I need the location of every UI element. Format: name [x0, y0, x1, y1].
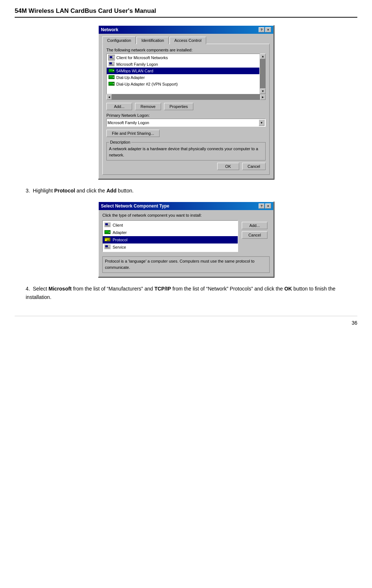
svg-rect-1 — [110, 56, 112, 58]
svg-rect-5 — [109, 65, 114, 65]
page-title: 54M Wireless LAN CardBus Card User's Man… — [15, 7, 357, 18]
listbox-vscrollbar[interactable]: ▲ ▼ — [260, 54, 266, 94]
dialog2-instruction: Click the type of network component you … — [102, 213, 270, 217]
list-item-family-logon[interactable]: Microsoft Family Logon — [107, 61, 259, 68]
dialog1-body: Configuration Identification Access Cont… — [99, 34, 273, 178]
hscroll-left-btn[interactable]: ◄ — [106, 94, 112, 100]
dialog2-title-text: Select Network Component Type — [101, 203, 169, 209]
scroll-down-btn[interactable]: ▼ — [260, 89, 266, 94]
svg-rect-17 — [105, 226, 110, 226]
remove-button[interactable]: Remove — [135, 103, 161, 110]
help-button[interactable]: ? — [259, 27, 265, 32]
svg-rect-20 — [109, 232, 110, 232]
tab-identification[interactable]: Identification — [136, 37, 169, 44]
hscroll-right-btn[interactable]: ► — [260, 94, 266, 100]
network-dialog: Network ? × Configuration Identification… — [98, 25, 274, 179]
primary-logon-dropdown[interactable]: Microsoft Family Logon ▼ — [106, 119, 266, 127]
list-item-label: Client for Microsoft Networks — [116, 55, 168, 60]
dialog2-titlebar-buttons: ? × — [259, 203, 271, 209]
list-item-wlan-card[interactable]: 54Mbps WLAN Card — [107, 68, 259, 74]
primary-logon-dropdown-arrow[interactable]: ▼ — [259, 119, 265, 126]
dialog2-side-buttons: Add... Cancel — [242, 220, 267, 252]
dialog2-title-text-container: Select Network Component Type — [101, 203, 169, 209]
network-component-list[interactable]: Client Adapter Protocol — [102, 220, 238, 252]
description-fieldset: Description A network adapter is a hardw… — [106, 140, 266, 160]
tab-configuration[interactable]: Configuration — [102, 36, 136, 44]
list-item-label: 54Mbps WLAN Card — [116, 69, 153, 73]
svg-rect-10 — [109, 76, 112, 77]
protocol-icon — [104, 237, 111, 243]
dialog1-bottom-buttons: OK Cancel — [106, 160, 266, 171]
dialog2-component-layout: Client Adapter Protocol — [102, 220, 270, 252]
dialog2-cancel-button[interactable]: Cancel — [242, 231, 267, 239]
dialup2-icon — [108, 81, 115, 87]
svg-rect-14 — [113, 83, 114, 84]
dialup-icon — [108, 75, 115, 80]
network-components-list[interactable]: Client for Microsoft Networks Microsoft … — [106, 54, 260, 94]
dialog2-description-fieldset: Protocol is a 'language' a computer uses… — [102, 256, 270, 273]
svg-rect-2 — [110, 58, 114, 59]
tab-access-control[interactable]: Access Control — [169, 37, 206, 44]
component-service[interactable]: Service — [103, 244, 238, 251]
dialog2-description-text: Protocol is a 'language' a computer uses… — [105, 258, 267, 270]
add-button[interactable]: Add... — [106, 103, 132, 110]
properties-button[interactable]: Properties — [164, 103, 193, 110]
service-icon — [104, 244, 111, 250]
component-client[interactable]: Client — [103, 221, 238, 229]
dialog2-add-button[interactable]: Add... — [242, 222, 267, 229]
dialog2-container: Select Network Component Type ? × Click … — [15, 201, 357, 277]
svg-rect-8 — [113, 70, 114, 71]
component-protocol[interactable]: Protocol — [103, 236, 238, 244]
title-text: 54M Wireless LAN CardBus Card User's Man… — [15, 7, 156, 14]
svg-rect-4 — [109, 62, 112, 64]
svg-rect-13 — [109, 83, 112, 84]
list-item-label: Dial-Up Adapter #2 (VPN Support) — [116, 82, 178, 86]
list-item-client-ms[interactable]: Client for Microsoft Networks — [107, 54, 259, 61]
dialog2-titlebar: Select Network Component Type ? × — [99, 202, 273, 210]
step3-text: 3. Highlight Protocol and click the Add … — [26, 187, 357, 195]
dialog1-cancel-button[interactable]: Cancel — [242, 163, 266, 170]
dialog2-close-button[interactable]: × — [265, 203, 271, 209]
titlebar-buttons: ? × — [259, 27, 271, 32]
dialog2-help-button[interactable]: ? — [259, 203, 265, 209]
installed-label: The following network components are ins… — [106, 48, 266, 52]
titlebar-title: Network — [101, 27, 118, 32]
dialog1-title-text: Network — [101, 27, 118, 32]
component-adapter-label: Adapter — [113, 230, 127, 235]
description-text: A network adapter is a hardware device t… — [109, 146, 263, 158]
svg-rect-16 — [105, 223, 108, 225]
hscroll-track — [112, 94, 260, 100]
page-number: 36 — [15, 316, 357, 326]
client-icon — [104, 222, 111, 228]
client-ms-icon — [108, 55, 115, 61]
step4-text: 4. Select Microsoft from the list of “Ma… — [26, 285, 357, 301]
svg-rect-23 — [105, 239, 107, 241]
dialog1-ok-button[interactable]: OK — [217, 163, 239, 170]
select-network-component-dialog: Select Network Component Type ? × Click … — [98, 201, 274, 277]
svg-rect-19 — [105, 231, 108, 232]
dialog1-container: Network ? × Configuration Identification… — [15, 25, 357, 179]
component-adapter[interactable]: Adapter — [103, 229, 238, 236]
svg-rect-11 — [113, 77, 114, 77]
svg-rect-26 — [105, 248, 110, 248]
component-service-label: Service — [113, 245, 126, 249]
adapter-icon — [104, 230, 111, 235]
list-item-dialup[interactable]: Dial-Up Adapter — [107, 74, 259, 81]
svg-rect-25 — [105, 245, 108, 247]
family-logon-icon — [108, 61, 115, 67]
close-button[interactable]: × — [265, 27, 271, 32]
list-item-label: Microsoft Family Logon — [116, 62, 158, 66]
primary-logon-value: Microsoft Family Logon — [107, 120, 259, 125]
list-item-dialup2[interactable]: Dial-Up Adapter #2 (VPN Support) — [107, 81, 259, 87]
file-sharing-button[interactable]: File and Print Sharing... — [106, 130, 160, 137]
network-components-listbox: Client for Microsoft Networks Microsoft … — [106, 54, 266, 94]
component-protocol-label: Protocol — [113, 238, 127, 242]
listbox-hscrollbar[interactable]: ◄ ► — [106, 94, 266, 100]
description-legend: Description — [109, 140, 131, 144]
tab-content-configuration: The following network components are ins… — [102, 44, 270, 175]
scroll-up-btn[interactable]: ▲ — [260, 54, 266, 59]
svg-rect-7 — [109, 69, 112, 71]
scroll-track — [260, 59, 266, 89]
component-client-label: Client — [113, 223, 123, 227]
wlan-card-icon — [108, 68, 115, 74]
